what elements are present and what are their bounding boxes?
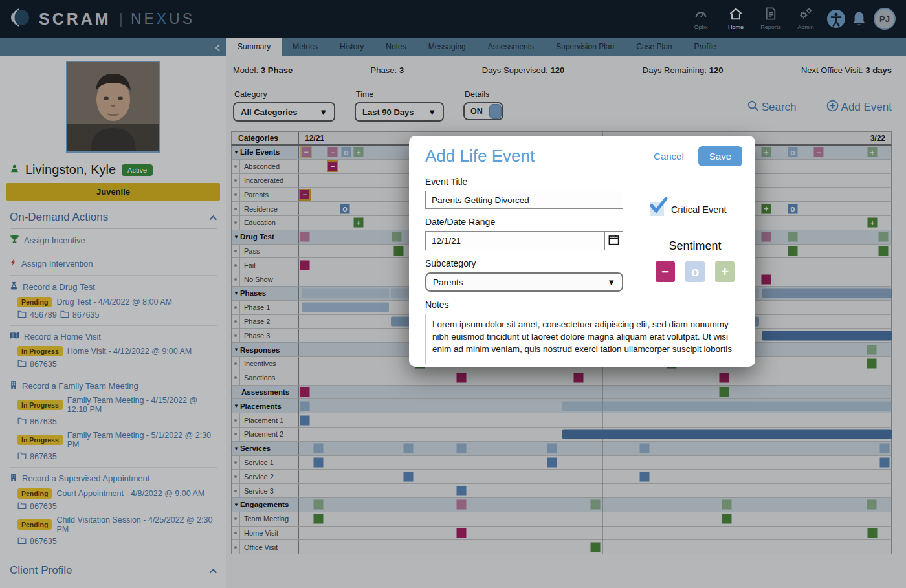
subcategory-label: Subcategory <box>425 258 623 268</box>
sentiment-positive-button[interactable]: + <box>715 261 735 282</box>
sentiment-neutral-button[interactable]: o <box>685 261 705 282</box>
date-input[interactable] <box>425 231 623 250</box>
modal-body: Event Title Date/Date Range Subcategory … <box>409 166 755 292</box>
modal-left-column: Event Title Date/Date Range Subcategory … <box>425 169 623 292</box>
modal-right-column: Critical Event Sentiment −o+ <box>623 169 740 292</box>
date-field <box>425 231 623 250</box>
critical-event-checkbox[interactable] <box>650 202 664 216</box>
modal-header: Add Life Event Cancel Save <box>409 136 755 166</box>
notes-label: Notes <box>425 299 740 310</box>
cancel-button[interactable]: Cancel <box>654 151 684 162</box>
event-title-input[interactable] <box>425 191 623 209</box>
notes-field: Notes Lorem ipsum dolor sit amet, consec… <box>409 299 755 367</box>
event-title-label: Event Title <box>425 177 623 187</box>
notes-textarea[interactable]: Lorem ipsum dolor sit amet, consectetuer… <box>425 314 740 364</box>
modal-title: Add Life Event <box>425 146 654 166</box>
subcategory-dropdown[interactable]: Parents ▼ <box>425 272 623 292</box>
add-life-event-modal: Add Life Event Cancel Save Event Title D… <box>409 136 755 367</box>
sentiment-label: Sentiment <box>650 239 740 253</box>
critical-event-label: Critical Event <box>671 204 726 215</box>
sentiment-field: Sentiment −o+ <box>650 239 740 282</box>
save-button[interactable]: Save <box>698 146 742 166</box>
critical-event-field: Critical Event <box>650 202 740 216</box>
calendar-icon <box>608 234 620 248</box>
sentiment-buttons: −o+ <box>650 261 740 282</box>
subcategory-value: Parents <box>433 278 463 287</box>
sentiment-negative-button[interactable]: − <box>656 261 675 282</box>
calendar-button[interactable] <box>604 232 623 250</box>
date-range-label: Date/Date Range <box>425 217 623 227</box>
scram-nexus-app: SCRAM | NEXUS OptixHomeReportsAdmin PJ <box>0 0 906 588</box>
chevron-down-icon: ▼ <box>607 278 615 287</box>
